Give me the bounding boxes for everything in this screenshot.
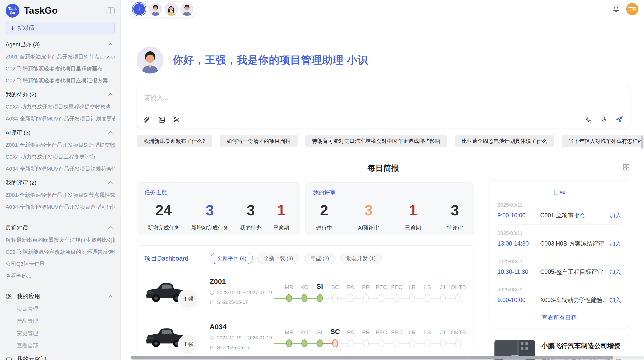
join-link[interactable]: 加入 bbox=[609, 212, 621, 219]
milestone-dot bbox=[317, 294, 323, 302]
news-title: 小鹏飞行汽车制造公司增资 bbox=[541, 341, 624, 350]
app-link[interactable]: 变更管理 bbox=[17, 330, 115, 337]
chevron-up-icon[interactable] bbox=[108, 131, 113, 136]
sidebar-item-cloud-space[interactable]: 我的云空间 bbox=[6, 355, 115, 360]
agent-avatar-3[interactable] bbox=[180, 3, 194, 16]
dashboard-tab[interactable]: 全新平台 (4) bbox=[211, 253, 253, 264]
stat: 1已逾期 bbox=[273, 202, 289, 231]
view-all-conversations-link[interactable]: 查看全部... bbox=[6, 272, 115, 279]
milestone: PA bbox=[343, 281, 358, 302]
owner-badge: 王强 bbox=[178, 334, 198, 353]
sidebar-conversation-item[interactable]: C02-飞腾新能源轻客改款项目里程碑画布 bbox=[6, 65, 115, 72]
recent-conversation-item[interactable]: C02-飞腾新能源轻客改款项目的闭环通告反馈情况 bbox=[6, 248, 115, 256]
milestone-label: PEC bbox=[376, 281, 387, 291]
notifications-bell-icon[interactable] bbox=[612, 6, 620, 13]
recent-conversation-item[interactable]: 公司Q3轻卡销量 bbox=[6, 260, 115, 267]
milestone: LR bbox=[404, 281, 420, 302]
briefing-left-column: 任务进度24新增完成任务3新增AI完成任务3我的待办1已逾期我的评审2进行中3A… bbox=[137, 182, 474, 353]
milestone-label: SC bbox=[331, 281, 339, 291]
event-time: 13:00-14:30 bbox=[497, 240, 540, 247]
sidebar-conversation-item[interactable]: C0X4-动力总成开发项目SI里程碑提交物检查 bbox=[6, 103, 115, 110]
vertical-scrollbar-thumb[interactable] bbox=[641, 136, 643, 149]
sidebar-section-title: 我的待办 (2) bbox=[6, 91, 36, 98]
clock-icon bbox=[210, 336, 214, 340]
stat-label: 已逾期 bbox=[405, 224, 421, 231]
layout-grid-icon[interactable] bbox=[622, 163, 630, 171]
scissors-icon[interactable] bbox=[173, 116, 181, 123]
sidebar-conversation-item[interactable]: C02-飞腾新能源轻客改款项目立项汇报方案 bbox=[6, 77, 115, 84]
add-agent-button[interactable]: + bbox=[132, 2, 146, 16]
suggestion-chip[interactable]: 比亚迪全固态电池计划具体说了什么 bbox=[455, 135, 554, 147]
image-icon[interactable] bbox=[158, 116, 165, 123]
milestone-dot bbox=[286, 339, 292, 347]
event-row: 9:00-10:00X003-车辆动力学性能验...加入 bbox=[497, 296, 621, 304]
join-link[interactable]: 加入 bbox=[609, 296, 621, 304]
stat-row: 24新增完成任务3新增AI完成任务3我的待办1已逾期 bbox=[144, 202, 292, 231]
dashboard-tab[interactable]: 全新上装 (3) bbox=[257, 253, 300, 264]
project-flag-text: SI-2025-05-17 bbox=[217, 299, 248, 305]
project-flag: SC-2025-05-17 bbox=[210, 345, 280, 350]
sidebar-conversation-item[interactable]: Z001-全新燃油轻卡产品开发项目SI节点属性5D文件评审 bbox=[6, 191, 115, 199]
milestone-dot bbox=[394, 339, 400, 347]
suggestion-chip[interactable]: 如何写一份清晰的项目周报 bbox=[220, 135, 298, 147]
app-link[interactable]: 产品管理 bbox=[17, 318, 115, 325]
phone-call-icon[interactable] bbox=[585, 116, 592, 123]
app-title: TaskGo bbox=[24, 5, 107, 16]
send-icon[interactable] bbox=[616, 116, 623, 123]
join-link[interactable]: 加入 bbox=[609, 268, 621, 276]
milestone: SC bbox=[328, 326, 343, 347]
milestone-dot bbox=[440, 339, 446, 347]
join-link[interactable]: 加入 bbox=[609, 240, 621, 248]
chevron-up-icon[interactable] bbox=[108, 43, 113, 47]
suggestion-chip[interactable]: 特朗普可能对进口汽车增税会对中国车企造成哪些影响 bbox=[305, 135, 447, 147]
assistant-avatar bbox=[137, 47, 164, 73]
milestone-dot bbox=[378, 294, 384, 302]
app-link[interactable]: 查看全部... bbox=[17, 342, 115, 349]
sidebar-conversation-item[interactable]: Z001-全新燃油轻卡产品开发项目SI造型提交物评审 bbox=[6, 141, 115, 148]
milestone-label: LS bbox=[424, 327, 431, 336]
apps-grid-icon bbox=[6, 293, 12, 300]
milestone: FEC bbox=[389, 281, 405, 302]
sidebar-conversation-item[interactable]: C0X4-动力总成开发项目工程变更评审 bbox=[6, 153, 115, 160]
milestone-label: SC bbox=[330, 327, 340, 336]
suggestion-chip[interactable]: 欧洲新规最近颁布了什么? bbox=[137, 135, 212, 147]
project-flag: SI-2025-05-17 bbox=[210, 299, 280, 305]
milestone-dot bbox=[348, 294, 354, 302]
user-avatar[interactable]: 王强 bbox=[626, 3, 638, 15]
milestone-dot bbox=[363, 294, 369, 302]
view-all-schedule-link[interactable]: 查看所有日程 bbox=[497, 314, 621, 322]
dashboard-tab[interactable]: 动总开发 (1) bbox=[340, 253, 382, 264]
agent-avatar-1[interactable] bbox=[149, 3, 162, 16]
sidebar-conversation-item[interactable]: A034-全新新能源MUV产品开发项目法规符合性评审 bbox=[6, 165, 115, 172]
composer-placeholder: 请输入... bbox=[144, 94, 623, 102]
chevron-up-icon[interactable] bbox=[108, 181, 113, 186]
recent-conversation-item[interactable]: 解释最新出台的欧盟报废车法规再生塑料比例被调至15%... bbox=[6, 236, 115, 244]
microphone-icon[interactable] bbox=[600, 116, 607, 123]
chat-composer[interactable]: 请输入... bbox=[137, 87, 630, 128]
sidebar-conversation-item[interactable]: A034-全新新能源MUV产品开发项目计划变更表编写 bbox=[6, 115, 115, 122]
new-chat-button[interactable]: + 新对话 bbox=[6, 22, 115, 34]
stat-label: AI预评审 bbox=[358, 224, 379, 231]
attachment-icon[interactable] bbox=[143, 116, 150, 123]
sidebar-conversation-item[interactable]: Z001-全新燃油皮卡产品开发项目SI节点Lesson Learn报告 bbox=[6, 53, 115, 60]
suggestion-chip[interactable]: 当下年轻人对汽车外观有怎样的喜好趋势 bbox=[562, 135, 644, 147]
stat-label: 进行中 bbox=[316, 224, 332, 231]
app-link[interactable]: 项目管理 bbox=[17, 305, 115, 312]
horizontal-scrollbar[interactable] bbox=[131, 356, 644, 359]
chevron-up-icon[interactable] bbox=[108, 226, 113, 231]
sidebar-item-my-apps[interactable]: 我的应用 bbox=[6, 292, 115, 300]
milestone: J1 bbox=[435, 326, 451, 347]
stat: 3待评审 bbox=[447, 202, 463, 231]
divider bbox=[0, 217, 120, 217]
collapse-sidebar-icon[interactable] bbox=[107, 7, 115, 14]
chevron-up-icon[interactable] bbox=[108, 93, 113, 97]
milestone-label: KO bbox=[300, 281, 309, 291]
sidebar-conversation-item[interactable]: A034-全新新能源MUV产品开发项目造型可行性评审 bbox=[6, 203, 115, 211]
sidebar: Task Go TaskGo + 新对话 Agent已办 (3)Z001-全新燃… bbox=[0, 0, 121, 360]
milestone: FEC bbox=[389, 326, 405, 347]
horizontal-scrollbar-thumb[interactable] bbox=[131, 356, 613, 359]
milestone-dot bbox=[332, 294, 338, 302]
dashboard-tab[interactable]: 年型 (2) bbox=[304, 253, 335, 264]
agent-avatar-2[interactable] bbox=[165, 3, 178, 16]
event-title: C001-立项审批会 bbox=[540, 212, 606, 219]
